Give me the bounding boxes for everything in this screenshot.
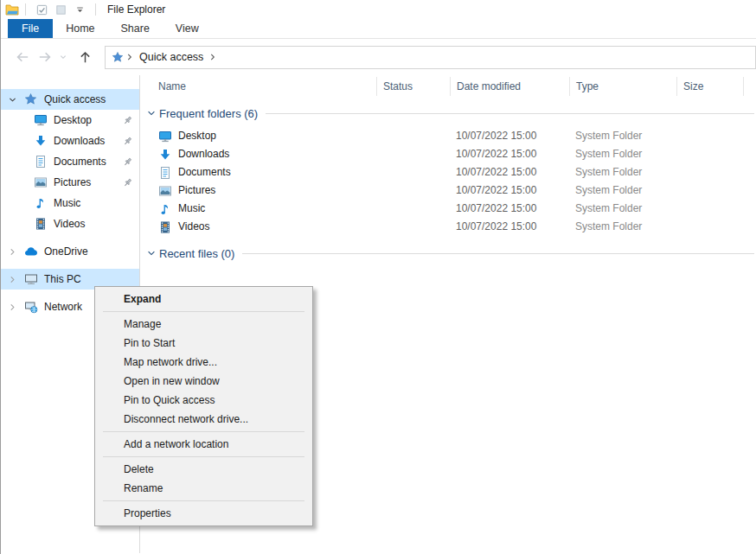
file-status-cell bbox=[376, 200, 450, 218]
sidebar-item-music[interactable]: Music bbox=[1, 193, 139, 213]
sidebar-item-downloads[interactable]: Downloads bbox=[1, 131, 139, 151]
menu-item-manage[interactable]: Manage bbox=[95, 315, 312, 334]
file-row-videos[interactable]: Videos10/07/2022 15:00System Folder bbox=[140, 218, 756, 236]
breadcrumb-segment[interactable]: Quick access bbox=[136, 51, 207, 63]
tab-file[interactable]: File bbox=[8, 19, 53, 38]
pictures-icon bbox=[34, 175, 48, 189]
file-status-cell bbox=[376, 145, 450, 163]
customize-toolbar-chevron-icon[interactable] bbox=[72, 2, 87, 17]
new-folder-icon[interactable] bbox=[53, 2, 68, 17]
file-date-modified-cell: 10/07/2022 15:00 bbox=[450, 127, 569, 145]
pin-icon bbox=[122, 177, 133, 188]
file-type-cell: System Folder bbox=[569, 163, 676, 181]
folder-icon bbox=[5, 3, 19, 16]
titlebar-separator bbox=[95, 3, 96, 16]
sidebar-item-label: Pictures bbox=[54, 176, 91, 188]
file-status-cell bbox=[376, 127, 450, 145]
file-status-cell bbox=[376, 181, 450, 200]
column-header-date-modified[interactable]: Date modified bbox=[450, 77, 569, 96]
column-header-size[interactable]: Size bbox=[676, 77, 744, 96]
menu-item-expand[interactable]: Expand bbox=[95, 290, 312, 309]
group-chevron-down-icon[interactable] bbox=[146, 248, 157, 258]
file-row-downloads[interactable]: Downloads10/07/2022 15:00System Folder bbox=[140, 145, 756, 163]
column-header-name[interactable]: Name bbox=[140, 77, 376, 96]
column-header-status[interactable]: Status bbox=[376, 77, 450, 96]
group-label: Frequent folders (6) bbox=[159, 107, 258, 120]
file-name-cell: Downloads bbox=[140, 145, 376, 163]
documents-icon bbox=[34, 155, 48, 169]
menu-separator bbox=[103, 431, 304, 432]
file-name-label: Music bbox=[178, 200, 205, 218]
sidebar-item-label: Music bbox=[54, 197, 80, 209]
group-header-frequent-folders-6[interactable]: Frequent folders (6) bbox=[140, 105, 756, 122]
group-chevron-down-icon[interactable] bbox=[146, 108, 157, 118]
file-date-modified-cell: 10/07/2022 15:00 bbox=[450, 145, 569, 163]
groups-container: Frequent folders (6)Desktop10/07/2022 15… bbox=[140, 105, 756, 262]
sidebar-item-videos[interactable]: Videos bbox=[1, 213, 139, 234]
breadcrumb-chevron-icon[interactable] bbox=[207, 51, 219, 63]
back-button[interactable] bbox=[11, 46, 34, 68]
properties-icon[interactable] bbox=[34, 2, 49, 17]
file-date-modified-cell: 10/07/2022 15:00 bbox=[450, 163, 569, 181]
file-size-cell bbox=[676, 200, 744, 218]
forward-button[interactable] bbox=[34, 46, 56, 68]
file-name-cell: Music bbox=[140, 200, 376, 218]
recent-locations-button[interactable] bbox=[56, 46, 70, 68]
quick-access-star-icon bbox=[24, 92, 38, 106]
sidebar-item-documents[interactable]: Documents bbox=[1, 151, 139, 172]
file-name-label: Pictures bbox=[178, 181, 215, 200]
file-row-documents[interactable]: Documents10/07/2022 15:00System Folder bbox=[140, 163, 756, 181]
menu-item-open-in-new-window[interactable]: Open in new window bbox=[95, 372, 312, 391]
menu-item-map-network-drive[interactable]: Map network drive... bbox=[95, 353, 312, 372]
pin-icon bbox=[122, 115, 133, 126]
downloads-icon bbox=[158, 148, 172, 162]
file-date-modified-cell: 10/07/2022 15:00 bbox=[450, 181, 569, 200]
this-pc-icon bbox=[24, 272, 38, 286]
column-header-type[interactable]: Type bbox=[569, 77, 676, 96]
file-row-pictures[interactable]: Pictures10/07/2022 15:00System Folder bbox=[140, 181, 756, 200]
file-size-cell bbox=[676, 163, 744, 181]
file-type-cell: System Folder bbox=[569, 200, 676, 218]
videos-icon bbox=[158, 220, 172, 234]
tab-share[interactable]: Share bbox=[108, 19, 163, 38]
group-header-recent-files-0[interactable]: Recent files (0) bbox=[140, 245, 756, 262]
menu-item-rename[interactable]: Rename bbox=[95, 479, 312, 498]
title-bar: File Explorer bbox=[1, 0, 756, 19]
sidebar-item-label: Videos bbox=[54, 218, 85, 230]
chevron-right-icon[interactable] bbox=[5, 300, 19, 314]
sidebar-item-desktop[interactable]: Desktop bbox=[1, 110, 139, 131]
file-row-desktop[interactable]: Desktop10/07/2022 15:00System Folder bbox=[140, 127, 756, 145]
documents-icon bbox=[158, 166, 172, 180]
file-status-cell bbox=[376, 163, 450, 181]
sidebar-item-label: OneDrive bbox=[44, 245, 88, 258]
up-button[interactable] bbox=[74, 46, 96, 68]
rows-block: Desktop10/07/2022 15:00System FolderDown… bbox=[140, 127, 756, 236]
menu-item-add-a-network-location[interactable]: Add a network location bbox=[95, 435, 312, 454]
menu-item-properties[interactable]: Properties bbox=[95, 504, 312, 523]
tab-view[interactable]: View bbox=[163, 19, 212, 38]
file-type-cell: System Folder bbox=[569, 218, 676, 236]
pin-icon bbox=[122, 156, 133, 168]
sidebar-item-onedrive[interactable]: OneDrive bbox=[1, 241, 139, 262]
sidebar-item-quick-access[interactable]: Quick access bbox=[1, 89, 139, 110]
chevron-right-icon[interactable] bbox=[5, 245, 19, 258]
file-date-modified-cell: 10/07/2022 15:00 bbox=[450, 218, 569, 236]
file-status-cell bbox=[376, 218, 450, 236]
menu-item-pin-to-quick-access[interactable]: Pin to Quick access bbox=[95, 391, 312, 410]
menu-item-pin-to-start[interactable]: Pin to Start bbox=[95, 334, 312, 353]
file-type-cell: System Folder bbox=[569, 181, 676, 200]
file-name-label: Videos bbox=[178, 218, 209, 236]
tab-home[interactable]: Home bbox=[53, 19, 107, 38]
menu-separator bbox=[103, 456, 304, 457]
address-bar[interactable]: Quick access bbox=[105, 46, 756, 69]
file-row-music[interactable]: Music10/07/2022 15:00System Folder bbox=[140, 200, 756, 218]
chevron-down-icon[interactable] bbox=[5, 92, 19, 106]
group-rule bbox=[242, 253, 754, 254]
chevron-right-icon[interactable] bbox=[5, 272, 19, 286]
file-size-cell bbox=[676, 181, 744, 200]
menu-item-disconnect-network-drive[interactable]: Disconnect network drive... bbox=[95, 410, 312, 429]
sidebar-item-pictures[interactable]: Pictures bbox=[1, 172, 139, 193]
breadcrumb-chevron-icon[interactable] bbox=[124, 51, 136, 63]
menu-item-delete[interactable]: Delete bbox=[95, 460, 312, 479]
network-icon bbox=[24, 300, 38, 314]
